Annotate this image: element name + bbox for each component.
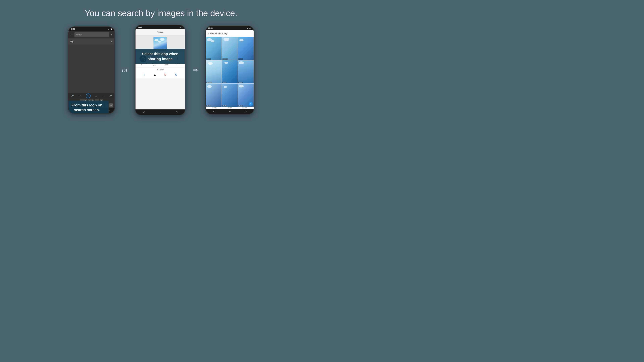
trend-icon[interactable]: 〰 [79, 94, 81, 97]
signal-icon3: ▲ [247, 27, 248, 29]
phone1-query-bar: sky ✕ [68, 38, 114, 44]
battery-icon: ▮ [111, 28, 112, 30]
phone3-search-title: beautiful blue sky [210, 32, 227, 35]
phone1-toolbar: ← Search ✕ [68, 31, 114, 38]
bottom-bt-icon[interactable]: ᛒ [142, 72, 147, 77]
grid-cell-5[interactable]: 508x339 [222, 60, 238, 83]
phone2-remainder [136, 78, 185, 109]
drive-triangle-icon: ▲ [154, 73, 156, 76]
sky-2 [222, 37, 238, 60]
wifi-icon3: ▾ [249, 27, 250, 29]
nav3-back[interactable]: ◁ [213, 110, 215, 113]
kb-mic2-icon[interactable]: 🎤 [109, 94, 112, 97]
mic-icon[interactable]: 🎤 [71, 94, 74, 97]
wifi-icon: ▾ [110, 28, 111, 30]
phone1-tip-text: From this icon on search screen. [72, 103, 102, 112]
phone1-keyboard-toolbar: 🎤 〰 ⊟ ⊡ ··· 🎤 [68, 93, 114, 98]
grid-cell-3[interactable]: 800x451 [238, 37, 254, 60]
nav3-home[interactable]: ○ [229, 110, 230, 113]
nav2-home[interactable]: ○ [160, 111, 161, 113]
cp7 [239, 61, 244, 64]
cp6 [224, 62, 228, 64]
bottom-gmail-icon[interactable]: M [163, 72, 168, 77]
cp10 [239, 85, 244, 87]
sky-7 [206, 84, 222, 107]
ellipsis-icon[interactable]: ··· [102, 94, 104, 97]
sky-3 [238, 37, 254, 60]
phone2-bottom-apps: ᛒ ▲ M G [136, 71, 185, 78]
phone2-tooltip: Select this app when sharing image [135, 49, 185, 64]
phone1-status-icons: ▲ ▾ ▮ [108, 28, 112, 30]
grid-label-9: 322x200 [238, 105, 243, 106]
grid-cell-8[interactable]: 322x200 [222, 84, 238, 107]
bottom-label-3: 601x300 [242, 107, 247, 108]
connector-arrow: ⇒ [185, 66, 206, 73]
phone3-status-icons: ▲ ▾ ▮ [247, 27, 251, 29]
apps-list-text: Apps list [157, 68, 164, 70]
cloud2 [158, 41, 161, 42]
nav3-recent[interactable]: □ [245, 110, 246, 113]
cp2 [211, 40, 214, 42]
or-text: or [122, 66, 128, 74]
grid-cell-1[interactable]: 612x408 [206, 37, 222, 60]
grid-cell-4[interactable]: 1500x1125 [206, 60, 222, 83]
cloud3 [160, 38, 164, 41]
sky-4 [206, 60, 222, 83]
cp4 [239, 39, 244, 41]
bottom-google-icon[interactable]: G [174, 72, 179, 77]
nav2-back[interactable]: ◁ [143, 111, 145, 113]
battery-icon3: ▮ [250, 27, 251, 29]
cp9 [224, 86, 227, 88]
battery-icon2: ▮ [182, 26, 182, 28]
phone2-nav-bar: ◁ ○ □ [136, 109, 185, 115]
cp3 [224, 38, 230, 41]
signal-icon2: ▲ [178, 26, 180, 28]
image-search-keyboard-icon[interactable]: ⊟ [86, 93, 90, 98]
bottom-drive-icon[interactable]: ▲ [152, 72, 158, 77]
sky-1 [206, 37, 222, 60]
signal-icon: ▲ [108, 28, 109, 30]
sky-8 [222, 84, 238, 107]
grid-cell-7[interactable]: 600x600 [206, 84, 222, 107]
bottom-label-1: 800x534 [212, 107, 217, 108]
grid-label-2: 2000x1217 [222, 58, 228, 60]
phone2-status-bar: 00:00 ▲ ▾ ▮ [136, 25, 185, 29]
sky-6 [238, 60, 254, 83]
kb-key-p[interactable]: p0 [109, 103, 113, 107]
phone-2: 00:00 ▲ ▾ ▮ Share [135, 25, 185, 115]
grid-cell-2[interactable]: 2000x1217 [222, 37, 238, 60]
phone3-menu-icon[interactable]: ≡ [208, 32, 209, 35]
wifi-icon2: ▾ [180, 26, 181, 28]
sky-bg [154, 37, 167, 50]
phone1-close-icon[interactable]: ✕ [111, 33, 113, 36]
grid-search-btn[interactable]: 🔍 [249, 102, 252, 106]
phone1-clear-icon[interactable]: ✕ [111, 40, 113, 43]
phone1-search-box[interactable]: Search [74, 32, 109, 37]
phone3-time: 00:00 [208, 27, 213, 29]
arrow-icon: ⇒ [193, 66, 198, 73]
phone2-share-title: Share [157, 31, 163, 34]
phones-row: 00:00 ▲ ▾ ▮ ← Search ✕ sky ✕ [0, 25, 322, 115]
grid-label-8: 322x200 [222, 105, 227, 106]
phone3-status-bar: 00:00 ▲ ▾ ▮ [206, 26, 254, 30]
copy-icon[interactable]: ⊡ [96, 94, 98, 97]
phone-3: 00:00 ▲ ▾ ▮ ≡ beautiful blue sky [206, 26, 254, 114]
grid-cell-6[interactable]: 910x607 [238, 60, 254, 83]
phone1-content-area [68, 44, 114, 93]
phone2-screen: Share ImageSea [136, 29, 185, 109]
nav2-recent[interactable]: □ [176, 111, 177, 113]
phone3-nav-bar: ◁ ○ □ [206, 109, 254, 114]
phone3-grid: 612x408 2000x1217 800x451 [206, 37, 254, 107]
back-icon[interactable]: ← [70, 33, 73, 36]
cp5 [208, 62, 213, 65]
grid-label-5: 508x339 [222, 82, 227, 83]
grid-label-7: 600x600 [206, 105, 211, 106]
sky-5 [222, 60, 238, 83]
grid-cell-9[interactable]: 322x200 🔍 [238, 84, 254, 107]
phone2-sky-image [154, 37, 167, 50]
phone2-status-icons: ▲ ▾ ▮ [178, 26, 182, 28]
grid-label-1: 612x408 [206, 58, 211, 60]
grid-label-6: 910x607 [238, 82, 243, 83]
google-g-icon: G [175, 73, 177, 76]
page-title: You can search by images in the device. [85, 8, 237, 18]
